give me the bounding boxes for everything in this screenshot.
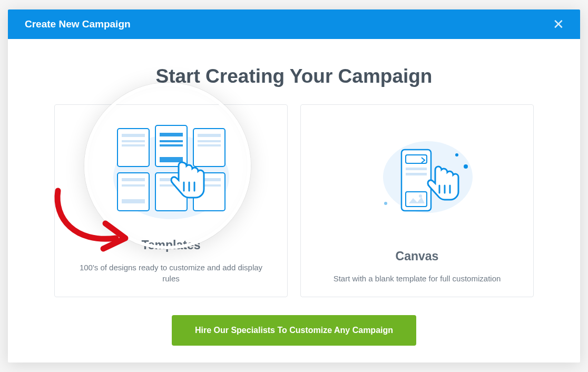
svg-rect-22: [160, 144, 183, 146]
svg-rect-12: [198, 144, 221, 146]
svg-rect-15: [122, 199, 145, 203]
svg-point-28: [455, 153, 458, 156]
modal-title: Create New Campaign: [25, 18, 131, 30]
canvas-illustration-icon: [316, 110, 518, 249]
svg-rect-10: [198, 134, 221, 137]
hire-specialists-button[interactable]: Hire Our Specialists To Customize Any Ca…: [172, 315, 416, 346]
svg-rect-23: [160, 157, 183, 162]
page-title: Start Creating Your Campaign: [54, 65, 534, 87]
svg-rect-34: [406, 173, 427, 175]
svg-rect-13: [122, 178, 145, 181]
svg-rect-33: [406, 168, 427, 170]
modal-body: Start Creating Your Campaign: [8, 39, 580, 346]
svg-point-36: [419, 194, 422, 198]
templates-card-title: Templates: [141, 238, 200, 252]
create-campaign-modal: Create New Campaign ✕ Start Creating You…: [8, 9, 580, 363]
templates-illustration-icon: [70, 110, 272, 238]
templates-card-desc: 100's of designs ready to customize and …: [71, 262, 271, 284]
canvas-card[interactable]: Canvas Start with a blank template for f…: [300, 104, 534, 297]
templates-card[interactable]: Templates 100's of designs ready to cust…: [54, 104, 288, 297]
svg-rect-20: [160, 133, 183, 136]
svg-rect-7: [122, 134, 145, 137]
svg-rect-9: [122, 144, 145, 146]
canvas-card-desc: Start with a blank template for full cus…: [334, 273, 501, 284]
svg-rect-35: [406, 192, 427, 207]
svg-point-30: [384, 202, 387, 205]
svg-point-29: [464, 164, 468, 169]
svg-rect-21: [160, 140, 183, 142]
svg-rect-8: [122, 140, 145, 142]
svg-rect-14: [122, 184, 145, 187]
close-icon[interactable]: ✕: [553, 17, 564, 31]
modal-header: Create New Campaign ✕: [8, 9, 580, 39]
canvas-card-title: Canvas: [396, 249, 439, 263]
option-cards: Templates 100's of designs ready to cust…: [54, 104, 534, 297]
svg-rect-11: [198, 140, 221, 142]
